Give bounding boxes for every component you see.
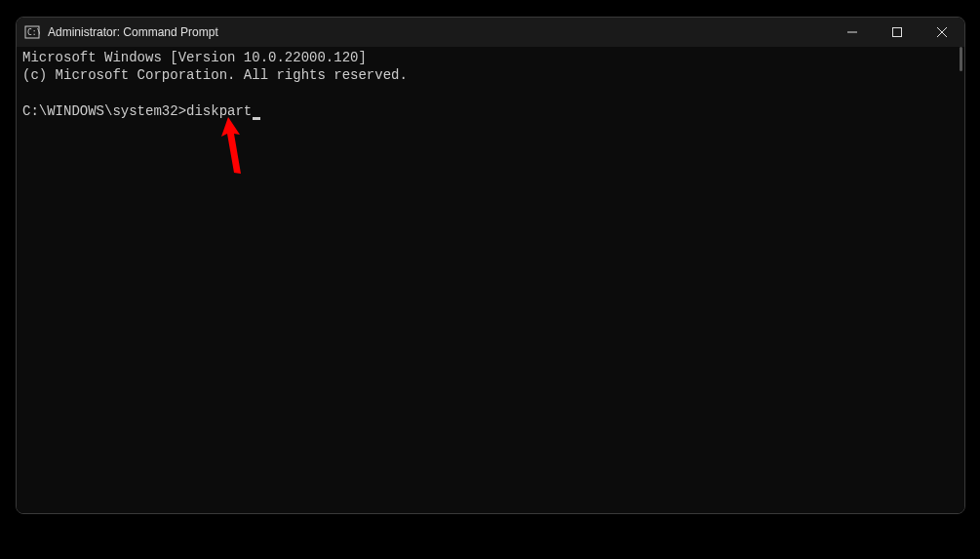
titlebar[interactable]: C:\ Administrator: Command Prompt [17,18,964,47]
typed-command: diskpart [186,103,252,119]
svg-rect-3 [893,28,902,37]
window-controls [830,18,964,47]
version-line: Microsoft Windows [Version 10.0.22000.12… [22,50,367,65]
command-prompt-window: C:\ Administrator: Command Prompt [16,17,965,514]
svg-text:C:\: C:\ [27,28,40,37]
text-cursor [253,117,260,120]
window-title: Administrator: Command Prompt [48,25,830,39]
maximize-button[interactable] [875,18,920,47]
copyright-line: (c) Microsoft Corporation. All rights re… [22,67,408,83]
minimize-button[interactable] [830,18,875,47]
cmd-icon: C:\ [24,24,40,40]
prompt-path: C:\WINDOWS\system32> [22,103,186,119]
scrollbar-thumb[interactable] [960,47,962,71]
close-button[interactable] [920,18,964,47]
terminal-output[interactable]: Microsoft Windows [Version 10.0.22000.12… [17,47,964,513]
